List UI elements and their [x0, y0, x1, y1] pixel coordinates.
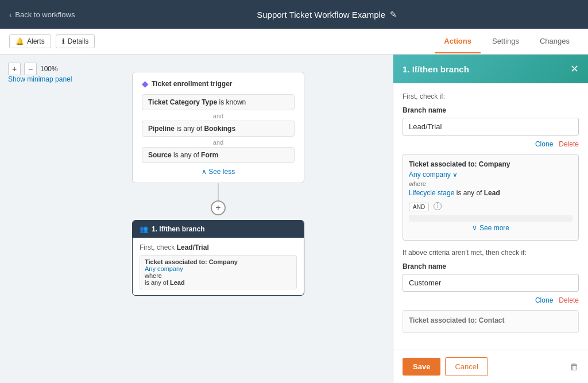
zoom-level: 100% — [40, 65, 58, 73]
branch-1-section: Branch name Clone Delete Ticket associat… — [403, 106, 579, 241]
save-button[interactable]: Save — [403, 358, 440, 376]
condition-row-1: Ticket Category Type is known — [142, 94, 295, 110]
and-badge[interactable]: AND — [409, 203, 429, 211]
tab-changes[interactable]: Changes — [531, 30, 579, 53]
mini-lifecycle: is any of Lead — [145, 279, 292, 286]
second-check-section-label: If above criteria aren't met, then check… — [403, 249, 579, 257]
mini-condition-title: Ticket associated to: Company — [145, 258, 292, 265]
tab-actions[interactable]: Actions — [435, 30, 481, 53]
panel-body: First, check if: Branch name Clone Delet… — [393, 83, 588, 350]
branch-2-section: Branch name Clone Delete Ticket associat… — [403, 262, 579, 333]
criteria-1-where: where — [409, 180, 572, 187]
if-then-branch-node[interactable]: 👥 1. If/then branch First, check Lead/Tr… — [132, 220, 304, 296]
info-icon: ℹ — [62, 37, 65, 45]
side-panel: 1. If/then branch ✕ First, check if: Bra… — [393, 55, 588, 383]
panel-header: 1. If/then branch ✕ — [393, 55, 588, 83]
trigger-icon: ◆ — [142, 79, 148, 88]
delete-branch-button[interactable]: 🗑 — [570, 362, 579, 372]
connector-line-1 — [218, 183, 219, 200]
bell-icon: 🔔 — [16, 37, 24, 45]
mini-condition-box: Ticket associated to: Company Any compan… — [140, 255, 297, 289]
and-separator-1: and — [142, 113, 295, 119]
and-separator-2: and — [142, 139, 295, 146]
zoom-in-button[interactable]: + — [8, 63, 21, 75]
panel-footer: Save Cancel 🗑 — [393, 350, 588, 383]
cancel-button[interactable]: Cancel — [445, 357, 488, 376]
close-panel-button[interactable]: ✕ — [570, 63, 579, 75]
branch-2-criteria: Ticket associated to: Contact — [403, 310, 579, 333]
workflow-canvas: + − 100% Show minimap panel ◆ Ticket enr… — [0, 55, 393, 383]
condition-row-2: Pipeline is any of Bookings — [142, 121, 295, 137]
if-then-label: 1. If/then branch — [152, 225, 205, 233]
alerts-label: Alerts — [27, 37, 45, 45]
back-label: Back to workflows — [15, 10, 75, 19]
branch-2-name-label: Branch name — [403, 262, 579, 270]
branch-1-delete[interactable]: Delete — [559, 140, 579, 148]
edit-icon[interactable]: ✎ — [390, 10, 397, 19]
condition-row-3: Source is any of Form — [142, 147, 295, 163]
branch-2-clone[interactable]: Clone — [535, 296, 553, 304]
workflow-title: Support Ticket Workflow Example — [257, 10, 385, 20]
and-section — [409, 215, 572, 222]
branch-1-name-input[interactable] — [403, 118, 579, 136]
trigger-label: Ticket enrollment trigger — [152, 80, 232, 88]
details-label: Details — [68, 37, 89, 45]
panel-title: 1. If/then branch — [403, 64, 469, 74]
if-then-icon: 👥 — [140, 225, 148, 233]
criteria-1-lifecycle: Lifecycle stage is any of Lead — [409, 189, 572, 197]
add-step-button[interactable]: + — [211, 200, 226, 215]
branch-2-name-input[interactable] — [403, 274, 579, 292]
see-less-button[interactable]: ∧ See less — [142, 168, 295, 176]
branch-1-name-label: Branch name — [403, 106, 579, 114]
back-to-workflows[interactable]: ‹ Back to workflows — [9, 10, 75, 19]
minimap-toggle[interactable]: Show minimap panel — [8, 75, 72, 83]
info-icon[interactable]: i — [434, 202, 442, 210]
see-more-button[interactable]: ∨ See more — [409, 222, 572, 234]
criteria-1-title: Ticket associated to: Company — [409, 160, 572, 168]
branch-2-sub-label: Ticket associated to: Contact — [409, 316, 572, 324]
branch-2-delete[interactable]: Delete — [559, 296, 579, 304]
and-row: AND i — [409, 200, 572, 211]
chevron-left-icon: ‹ — [9, 10, 11, 19]
first-check-section-label: First, check if: — [403, 92, 579, 100]
details-button[interactable]: ℹ Details — [56, 34, 95, 48]
enrollment-trigger-node: ◆ Ticket enrollment trigger Ticket Categ… — [132, 72, 304, 183]
branch-1-criteria: Ticket associated to: Company Any compan… — [403, 154, 579, 241]
branch-1-clone[interactable]: Clone — [535, 140, 553, 148]
mini-any-company: Any company — [145, 265, 292, 272]
tab-settings[interactable]: Settings — [483, 30, 528, 53]
first-check-label: First, check Lead/Trial — [140, 243, 297, 252]
alerts-button[interactable]: 🔔 Alerts — [9, 34, 51, 48]
zoom-out-button[interactable]: − — [24, 63, 37, 75]
criteria-1-any-company[interactable]: Any company ∨ — [409, 171, 572, 179]
mini-where: where — [145, 272, 292, 279]
